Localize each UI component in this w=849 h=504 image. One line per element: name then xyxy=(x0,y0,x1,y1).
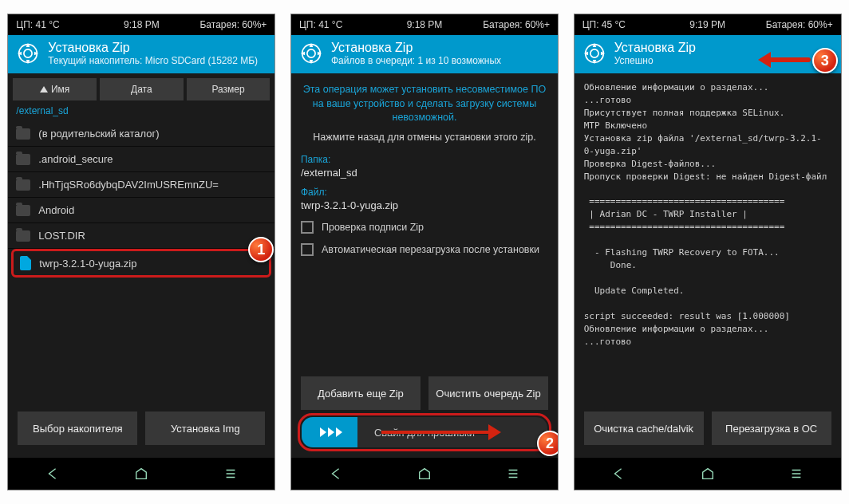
page-subtitle: Успешно xyxy=(614,55,696,66)
status-time: 9:19 PM xyxy=(665,19,749,30)
page-title: Установка Zip xyxy=(331,41,501,55)
sort-by-name-button[interactable]: Имя xyxy=(13,78,97,100)
folder-icon xyxy=(16,230,30,242)
swipe-annotation-outline: Свайп для прошивки xyxy=(298,413,551,451)
confirm-panel: Эта операция может установить несовмести… xyxy=(291,73,558,458)
warning-text: Эта операция может установить несовмести… xyxy=(291,73,558,132)
page-title: Установка Zip xyxy=(614,41,696,55)
folder-icon xyxy=(16,205,30,216)
status-cpu: ЦП: 45 °C xyxy=(582,19,666,30)
folder-row[interactable]: Android xyxy=(8,198,274,223)
system-nav-bar xyxy=(291,458,558,490)
console-output: Обновление информации о разделах... ...г… xyxy=(575,73,841,356)
nav-home-icon[interactable] xyxy=(700,466,716,482)
install-img-button[interactable]: Установка Img xyxy=(145,411,265,445)
result-panel: Обновление информации о разделах... ...г… xyxy=(575,73,841,458)
nav-back-icon[interactable] xyxy=(328,466,344,482)
sort-name-label: Имя xyxy=(51,84,69,95)
folder-row[interactable]: LOST.DIR xyxy=(8,223,274,249)
system-nav-bar xyxy=(8,458,274,490)
step-badge-1: 1 xyxy=(248,237,274,262)
nav-back-icon[interactable] xyxy=(45,466,61,482)
status-battery: Батарея: 60%+ xyxy=(749,19,833,30)
folder-icon xyxy=(16,154,30,165)
page-title: Установка Zip xyxy=(48,41,258,55)
annotation-arrow-icon xyxy=(381,428,501,447)
twrp-logo-icon xyxy=(581,40,608,67)
file-name: .android_secure xyxy=(38,153,113,165)
twrp-logo-icon xyxy=(14,40,41,67)
parent-dir-row[interactable]: (в родительский каталог) xyxy=(8,121,274,147)
reboot-system-button[interactable]: Перезагрузка в ОС xyxy=(712,411,831,445)
checkbox-label: Проверка подписи Zip xyxy=(322,222,424,233)
file-value: twrp-3.2.1-0-yuga.zip xyxy=(291,199,558,216)
nav-back-icon[interactable] xyxy=(610,466,626,482)
file-browser: Имя Дата Размер /external_sd (в родитель… xyxy=(8,73,274,458)
app-header: Установка Zip Файлов в очереди: 1 из 10 … xyxy=(291,35,558,73)
sort-by-size-button[interactable]: Размер xyxy=(187,78,270,100)
file-list: (в родительский каталог) .android_secure… xyxy=(8,121,274,278)
checkbox-icon xyxy=(301,243,314,256)
select-storage-button[interactable]: Выбор накопителя xyxy=(18,411,137,445)
step-badge-3: 3 xyxy=(812,48,838,73)
screen-install-result: ЦП: 45 °C 9:19 PM Батарея: 60%+ Установк… xyxy=(574,14,842,490)
wipe-cache-button[interactable]: Очистка cache/dalvik xyxy=(584,411,704,445)
status-time: 9:18 PM xyxy=(100,19,184,30)
file-name: (в родительский каталог) xyxy=(38,128,159,140)
button-label: Перезагрузка в ОС xyxy=(725,423,817,435)
clear-queue-button[interactable]: Очистить очередь Zip xyxy=(428,376,548,410)
file-label: Файл: xyxy=(291,183,558,199)
status-bar: ЦП: 41 °C 9:18 PM Батарея: 60%+ xyxy=(291,14,558,35)
folder-label: Папка: xyxy=(291,151,558,167)
app-header: Установка Zip Успешно 3 xyxy=(575,35,841,73)
sort-date-label: Дата xyxy=(131,84,152,95)
file-icon xyxy=(20,256,31,270)
file-name: .HhTjqSRo6dybqDAV2ImUSREmnZU= xyxy=(38,179,219,191)
folder-row[interactable]: .android_secure xyxy=(8,147,274,172)
screen-install-file-browser: ЦП: 41 °C 9:18 PM Батарея: 60%+ Установк… xyxy=(7,14,275,490)
hint-text: Нажмите назад для отмены установки этого… xyxy=(291,132,558,151)
button-label: Выбор накопителя xyxy=(33,423,123,435)
app-header: Установка Zip Текущий накопитель: Micro … xyxy=(8,35,274,73)
verify-signature-checkbox[interactable]: Проверка подписи Zip xyxy=(291,216,558,238)
sort-by-date-button[interactable]: Дата xyxy=(100,78,184,100)
checkbox-icon xyxy=(301,221,314,234)
status-bar: ЦП: 41 °C 9:18 PM Батарея: 60%+ xyxy=(8,14,274,35)
folder-value: /external_sd xyxy=(291,167,558,183)
folder-row[interactable]: .HhTjqSRo6dybqDAV2ImUSREmnZU= xyxy=(8,172,274,198)
svg-point-1 xyxy=(24,49,32,57)
checkbox-label: Автоматическая перезагрузка после устано… xyxy=(322,244,539,255)
status-cpu: ЦП: 41 °C xyxy=(16,19,100,30)
nav-recent-icon[interactable] xyxy=(788,466,804,482)
status-bar: ЦП: 45 °C 9:19 PM Батарея: 60%+ xyxy=(575,14,841,35)
step-badge-2: 2 xyxy=(537,431,558,456)
nav-home-icon[interactable] xyxy=(133,466,149,482)
file-name: LOST.DIR xyxy=(38,230,85,242)
status-battery: Батарея: 60%+ xyxy=(466,19,550,30)
screen-install-confirm: ЦП: 41 °C 9:18 PM Батарея: 60%+ Установк… xyxy=(290,14,559,490)
svg-point-5 xyxy=(590,49,598,57)
file-name: Android xyxy=(38,204,74,216)
nav-recent-icon[interactable] xyxy=(223,466,239,482)
file-name: twrp-3.2.1-0-yuga.zip xyxy=(39,258,136,270)
page-subtitle: Файлов в очереди: 1 из 10 возможных xyxy=(331,55,501,66)
sort-asc-icon xyxy=(40,86,48,93)
page-subtitle: Текущий накопитель: Micro SDCard (15282 … xyxy=(48,55,258,66)
button-label: Очистка cache/dalvik xyxy=(594,423,693,435)
folder-icon xyxy=(16,179,30,191)
twrp-logo-icon xyxy=(298,40,325,67)
add-more-zip-button[interactable]: Добавить еще Zip xyxy=(301,376,421,410)
zip-file-row[interactable]: twrp-3.2.1-0-yuga.zip 1 xyxy=(11,249,271,278)
nav-home-icon[interactable] xyxy=(417,466,432,482)
status-cpu: ЦП: 41 °C xyxy=(299,19,383,30)
status-time: 9:18 PM xyxy=(383,19,467,30)
system-nav-bar xyxy=(575,458,841,490)
button-label: Установка Img xyxy=(171,423,240,435)
current-path[interactable]: /external_sd xyxy=(8,102,274,121)
nav-recent-icon[interactable] xyxy=(505,466,521,482)
annotation-arrow-icon xyxy=(760,51,811,70)
folder-icon xyxy=(16,128,30,140)
status-battery: Батарея: 60%+ xyxy=(184,19,267,30)
auto-reboot-checkbox[interactable]: Автоматическая перезагрузка после устано… xyxy=(291,238,558,261)
swipe-to-flash[interactable]: Свайп для прошивки xyxy=(302,417,547,447)
